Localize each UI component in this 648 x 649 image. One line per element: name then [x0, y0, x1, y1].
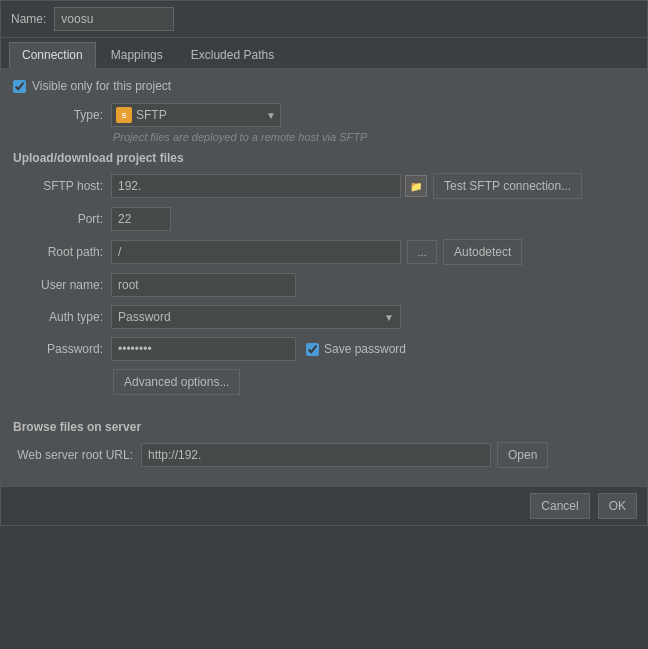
tabs-container: Connection Mappings Excluded Paths — [1, 38, 647, 69]
type-value: SFTP — [136, 108, 266, 122]
autodetect-btn[interactable]: Autodetect — [443, 239, 522, 265]
type-select[interactable]: S SFTP ▼ — [111, 103, 281, 127]
dialog: Name: Connection Mappings Excluded Paths… — [0, 0, 648, 526]
title-bar: Name: — [1, 1, 647, 38]
web-url-label: Web server root URL: — [13, 448, 133, 462]
type-dropdown-arrow: ▼ — [266, 110, 276, 121]
sftp-host-inputs: 📁 — [111, 174, 427, 198]
auth-type-label: Auth type: — [13, 310, 103, 324]
type-hint: Project files are deployed to a remote h… — [13, 131, 635, 143]
password-row: Password: Save password — [13, 337, 635, 361]
web-url-input[interactable] — [141, 443, 491, 467]
auth-type-value: Password — [118, 310, 384, 324]
visible-checkbox[interactable] — [13, 80, 26, 93]
save-password-label[interactable]: Save password — [324, 342, 406, 356]
root-path-label: Root path: — [13, 245, 103, 259]
username-label: User name: — [13, 278, 103, 292]
auth-type-select[interactable]: Password ▼ — [111, 305, 401, 329]
divider — [13, 409, 635, 410]
browse-section-label: Browse files on server — [13, 420, 635, 434]
tab-connection[interactable]: Connection — [9, 42, 96, 68]
cancel-btn[interactable]: Cancel — [530, 493, 589, 519]
bottom-bar: Cancel OK — [1, 486, 647, 525]
sftp-host-label: SFTP host: — [13, 179, 103, 193]
type-row: Type: S SFTP ▼ — [13, 103, 635, 127]
content-panel: Visible only for this project Type: S SF… — [1, 69, 647, 486]
save-password-row: Save password — [306, 342, 406, 356]
save-password-checkbox[interactable] — [306, 343, 319, 356]
open-btn[interactable]: Open — [497, 442, 548, 468]
auth-type-row: Auth type: Password ▼ — [13, 305, 635, 329]
port-row: Port: — [13, 207, 635, 231]
visible-checkbox-row: Visible only for this project — [13, 79, 635, 93]
test-sftp-btn[interactable]: Test SFTP connection... — [433, 173, 582, 199]
ok-btn[interactable]: OK — [598, 493, 637, 519]
web-url-row: Web server root URL: Open — [13, 442, 635, 468]
password-input[interactable] — [111, 337, 296, 361]
sftp-host-folder-btn[interactable]: 📁 — [405, 175, 427, 197]
sftp-host-row: SFTP host: 📁 Test SFTP connection... — [13, 173, 635, 199]
type-label: Type: — [13, 108, 103, 122]
visible-label[interactable]: Visible only for this project — [32, 79, 171, 93]
password-label: Password: — [13, 342, 103, 356]
advanced-options-row: Advanced options... — [113, 369, 635, 395]
sftp-icon: S — [116, 107, 132, 123]
tab-excluded-paths[interactable]: Excluded Paths — [178, 42, 287, 68]
name-input[interactable] — [54, 7, 174, 31]
upload-section-label: Upload/download project files — [13, 151, 635, 165]
auth-type-arrow: ▼ — [384, 312, 394, 323]
root-path-row: Root path: ... Autodetect — [13, 239, 635, 265]
username-row: User name: — [13, 273, 635, 297]
port-label: Port: — [13, 212, 103, 226]
sftp-host-input[interactable] — [111, 174, 401, 198]
advanced-options-btn[interactable]: Advanced options... — [113, 369, 240, 395]
name-label: Name: — [11, 12, 46, 26]
root-path-dots-btn[interactable]: ... — [407, 240, 437, 264]
username-input[interactable] — [111, 273, 296, 297]
root-path-input[interactable] — [111, 240, 401, 264]
tab-mappings[interactable]: Mappings — [98, 42, 176, 68]
port-input[interactable] — [111, 207, 171, 231]
